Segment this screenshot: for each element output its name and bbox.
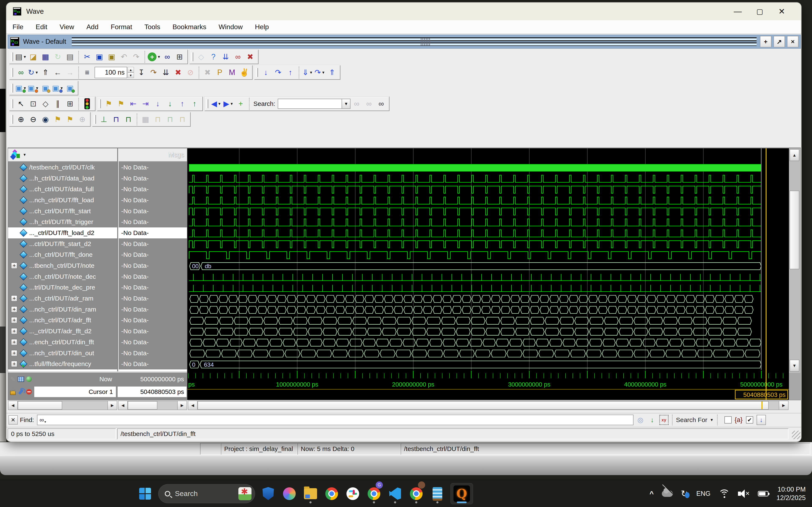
restart-button[interactable]: ≡ [81, 66, 93, 79]
tray-chevron-icon[interactable]: ^ [650, 490, 654, 498]
signal-row[interactable]: ...nch_ctrl/DUT/fft_load [8, 194, 117, 206]
chrome-icon[interactable] [323, 483, 340, 504]
scroll-right-button[interactable]: ▶ [177, 401, 187, 409]
zoom-full-button[interactable]: ◉ [39, 113, 52, 126]
vertical-scroll-thumb[interactable] [790, 190, 799, 269]
signal-row[interactable]: ...ch_ctrl/DUT/note_dec [8, 271, 117, 282]
names-scroll-thumb[interactable] [18, 401, 62, 409]
signal-row[interactable]: +...nch_ctrl/DUT/adr_fft [8, 315, 117, 326]
signal-row[interactable]: /testbench_ctrl/DUT/clk [8, 162, 117, 173]
battery-icon[interactable] [758, 491, 768, 496]
delete-cursor-icon[interactable] [26, 388, 33, 395]
signal-row[interactable]: ...trl/DUT/note_dec_pre [8, 282, 117, 293]
names-column-header[interactable]: ▼ [8, 148, 117, 162]
copilot-icon[interactable] [281, 483, 297, 504]
clipboard-icon[interactable]: ↓ [757, 415, 766, 425]
match-case-checkbox[interactable] [724, 416, 731, 424]
expand-right-button[interactable]: ▶▼ [222, 98, 235, 110]
next-rising-edge-button[interactable]: ↑ [189, 98, 201, 110]
expander-icon[interactable]: + [11, 306, 17, 313]
run-length-field[interactable]: 100 ns▲▼ [95, 67, 134, 78]
two-cursor-mode-button[interactable]: ∥ [52, 98, 64, 110]
zoom-cursor-button[interactable]: ⚑ [52, 113, 64, 126]
regex-icon[interactable]: xy [659, 415, 669, 425]
chrome-profile-2-icon[interactable] [408, 483, 424, 504]
chevron-down-icon[interactable]: ▾ [44, 420, 46, 424]
select-mode-button[interactable]: ↖ [15, 98, 27, 110]
goto-active-marker-button[interactable]: ↷▼ [314, 66, 326, 79]
signal-row[interactable]: ...ch_ctrl/DUT/fft_start [8, 206, 117, 217]
menu-edit[interactable]: Edit [30, 23, 53, 31]
clear-wave-button[interactable]: ✖ [244, 51, 256, 63]
signal-row[interactable]: +...tfull/fftdec/frequency [8, 358, 117, 370]
chrome-profile-g-icon[interactable]: G [366, 483, 382, 504]
scroll-down-button[interactable]: ▼ [790, 360, 799, 372]
add-to-list-button[interactable]: ▣▼ [27, 82, 39, 95]
reload-button[interactable]: ↻▼ [27, 66, 39, 79]
scroll-left-button[interactable]: ◀ [118, 401, 128, 409]
menu-window[interactable]: Window [213, 23, 249, 31]
pattern-mode-button[interactable]: ⊞ [64, 98, 76, 110]
copy-button[interactable]: ▣ [93, 51, 106, 63]
menu-help[interactable]: Help [249, 23, 275, 31]
lock-icon[interactable] [9, 388, 16, 395]
slack-icon[interactable] [345, 483, 361, 504]
signal-row[interactable]: ...h_ctrl/DUT/fft_trigger [8, 216, 117, 227]
menu-add[interactable]: Add [80, 23, 104, 31]
cut-button[interactable]: ✂ [81, 51, 93, 63]
spin-up-button[interactable]: ▲ [128, 67, 134, 72]
scroll-right-button[interactable]: ▶ [779, 401, 788, 409]
toolbar-grip[interactable] [191, 52, 193, 61]
add-marker-button[interactable]: + [235, 98, 247, 110]
questasim-icon[interactable]: Q [451, 483, 473, 504]
pane-move-button[interactable]: + [760, 36, 771, 47]
scroll-left-button[interactable]: ◀ [188, 401, 198, 409]
find-cause-button[interactable]: ∞ [232, 51, 244, 63]
delete-cursor-button[interactable]: ⚑ [115, 98, 127, 110]
signal-row[interactable]: ...h_ctrl/DUT/data_load [8, 173, 117, 184]
expand-time-button[interactable]: ⇊ [219, 51, 232, 63]
collapse-button[interactable]: ⊞ [173, 51, 186, 63]
pane-undock-button[interactable]: ↗ [773, 36, 785, 47]
wave-vertical-scrollbar[interactable]: ▲ ▼ [789, 148, 800, 400]
toolbar-grip[interactable] [206, 99, 208, 108]
search-input[interactable] [278, 99, 342, 109]
zoom-out-button[interactable]: ⊖ [27, 113, 39, 126]
pane-grip-dots[interactable] [421, 38, 430, 46]
notepad-icon[interactable] [429, 483, 446, 504]
binoculars-icon[interactable]: ∞ [40, 416, 44, 424]
env-up-button[interactable]: ⇑ [39, 66, 52, 79]
expander-icon[interactable]: + [11, 263, 17, 269]
sync-icon[interactable]: ↻ [681, 489, 688, 498]
find-prev-cursor-button[interactable]: ↓ [260, 66, 272, 79]
signal-row[interactable]: ...ch_ctrl/DUT/data_full [8, 184, 117, 194]
save-button[interactable]: ▦ [39, 51, 52, 63]
prev-rising-edge-button[interactable]: ↑ [176, 98, 189, 110]
zoom-mode-button[interactable]: ⊡ [27, 98, 39, 110]
chevron-down-icon[interactable]: ▼ [23, 153, 27, 157]
titlebar[interactable]: Wave — ▢ ✕ [6, 3, 801, 20]
volume-muted-icon[interactable]: ✕ [738, 489, 750, 498]
search-options-button[interactable]: ∞ [375, 98, 387, 110]
menu-format[interactable]: Format [104, 23, 138, 31]
stop-drawing-button[interactable] [81, 98, 93, 110]
find-input[interactable]: ∞ ▾ [37, 415, 633, 425]
onedrive-icon[interactable] [662, 491, 673, 497]
signal-row[interactable]: +...ch_ctrl/DUT/adr_ram [8, 293, 117, 304]
stop-button[interactable]: ✖ [172, 66, 184, 79]
view-full-signal-button[interactable]: ⊥ [98, 113, 110, 126]
wrap-checkbox[interactable]: ✔ [746, 416, 753, 424]
pane-header[interactable]: Wave - Default + ↗ × [8, 35, 801, 49]
show-drivers-button[interactable]: ? [207, 51, 219, 63]
expander-icon[interactable]: + [11, 295, 17, 301]
scroll-left-button[interactable]: ◀ [8, 401, 18, 409]
find-button[interactable]: ∞ [161, 51, 173, 63]
start-button[interactable] [137, 483, 153, 504]
grid-icon[interactable] [17, 376, 24, 383]
wifi-icon[interactable] [718, 490, 730, 498]
find-next-cursor-button[interactable]: ↑ [284, 66, 297, 79]
link-button[interactable]: ∞ [15, 66, 27, 79]
view-all-events-button[interactable]: ⊓ [122, 113, 135, 126]
close-button[interactable]: ✕ [771, 5, 793, 18]
pane-drag-grip[interactable] [72, 38, 757, 46]
